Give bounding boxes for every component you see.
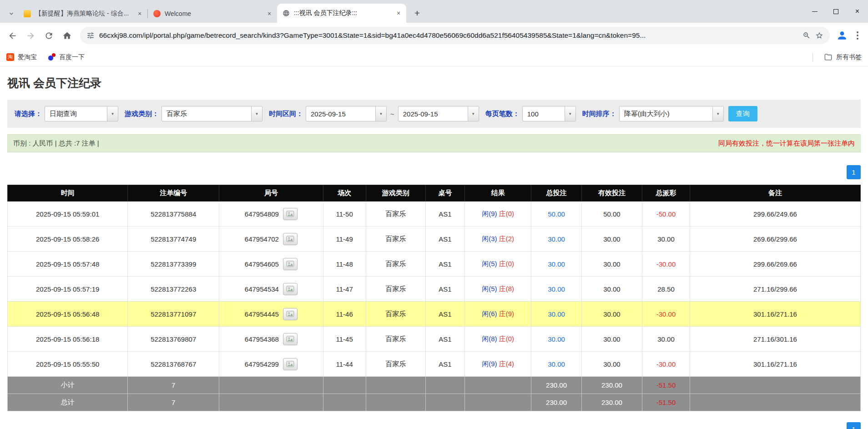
cell-result: 闲(9) 庄(4) — [465, 352, 531, 377]
replay-video-icon[interactable] — [283, 283, 298, 295]
cell-game-type: 百家乐 — [366, 202, 425, 227]
address-bar[interactable]: 66cxkj98.com/ipl/portal.php/game/betreco… — [80, 27, 830, 44]
cell-round — [219, 377, 323, 394]
replay-video-icon[interactable] — [283, 358, 298, 370]
cell-bet-id: 522813768767 — [128, 352, 219, 377]
cell-note: 269.66/299.66 — [690, 227, 861, 252]
summary-row: 总计7230.00230.00-51.50 — [8, 394, 861, 411]
cell-time: 2025-09-15 05:56:48 — [8, 302, 128, 327]
round-number: 647954702 — [245, 235, 279, 243]
cell-total-bet: 50.00 — [531, 202, 582, 227]
cell-round: 647954605 — [219, 252, 323, 277]
baidu-icon — [48, 53, 56, 61]
pagination-page-1[interactable]: 1 — [847, 165, 861, 179]
bookmark-taobao[interactable]: 淘 爱淘宝 — [6, 53, 37, 61]
cell-table-no: AS1 — [425, 277, 464, 302]
table-row: 2025-09-15 05:57:19522813772263647954534… — [8, 277, 861, 302]
replay-video-icon[interactable] — [283, 208, 298, 220]
date-to-select[interactable]: 2025-09-15 ▼ — [398, 106, 479, 121]
tab-search-chevron-icon[interactable] — [5, 5, 18, 23]
result-banker: 庄(8) — [499, 285, 514, 293]
tab-haiyan-forum[interactable]: 【新提醒】海燕策略论坛 - 综合... × — [18, 5, 147, 23]
pagination-top: 1 — [7, 165, 861, 179]
replay-video-icon[interactable] — [283, 308, 298, 320]
result-banker: 庄(0) — [499, 335, 514, 343]
cell-note: 299.66/269.66 — [690, 252, 861, 277]
window-close-button[interactable]: × — [847, 0, 868, 23]
forward-icon[interactable] — [22, 27, 39, 44]
site-settings-icon[interactable] — [86, 31, 95, 40]
back-icon[interactable] — [4, 27, 21, 44]
column-header: 桌号 — [425, 185, 464, 202]
total-bet-link[interactable]: 30.00 — [548, 310, 565, 318]
tab-close-icon[interactable]: × — [394, 9, 403, 17]
refresh-icon[interactable] — [40, 27, 57, 44]
bookmark-star-icon[interactable] — [815, 31, 823, 40]
total-bet-link[interactable]: 30.00 — [548, 235, 565, 243]
cell-total-bet: 230.00 — [531, 394, 582, 411]
notice-text: 同局有效投注，统一计算在该局第一张注单内 — [718, 139, 855, 148]
cell-valid-bet: 30.00 — [581, 252, 642, 277]
table-row: 2025-09-15 05:56:48522813771097647954445… — [8, 302, 861, 327]
total-bet-link[interactable]: 30.00 — [548, 260, 565, 268]
page-size-select[interactable]: 100 ▼ — [522, 106, 576, 121]
tab-welcome[interactable]: Welcome × — [148, 5, 277, 23]
cell-payout: -51.50 — [642, 377, 690, 394]
date-from-select[interactable]: 2025-09-15 ▼ — [306, 106, 387, 121]
cell-session: 11-46 — [323, 302, 366, 327]
column-header: 局号 — [219, 185, 323, 202]
bookmark-baidu[interactable]: 百度一下 — [48, 53, 85, 61]
cell-table-no: AS1 — [425, 302, 464, 327]
table-row: 2025-09-15 05:55:50522813768767647954299… — [8, 352, 861, 377]
cell-bet-id: 7 — [128, 377, 219, 394]
zoom-icon[interactable] — [802, 31, 811, 40]
table-row: 2025-09-15 05:57:48522813773399647954605… — [8, 252, 861, 277]
result-player: 闲(5) — [482, 260, 497, 267]
filter-label-query-type: 请选择： — [15, 110, 42, 118]
filter-bar: 请选择： 日期查询 ▼ 游戏类别： 百家乐 ▼ 时间区间： 2025-09-15… — [7, 100, 861, 128]
replay-video-icon[interactable] — [283, 258, 298, 270]
cell-note: 299.66/249.66 — [690, 202, 861, 227]
cell-table-no — [425, 394, 464, 411]
cell-valid-bet: 230.00 — [581, 394, 642, 411]
replay-video-icon[interactable] — [283, 233, 298, 245]
tab-title: Welcome — [165, 10, 261, 17]
profile-avatar[interactable] — [834, 28, 850, 43]
tab-close-icon[interactable]: × — [265, 10, 273, 18]
total-bet-link[interactable]: 30.00 — [548, 335, 565, 343]
column-header: 总派彩 — [642, 185, 690, 202]
search-button[interactable]: 查询 — [728, 106, 757, 121]
folder-icon — [824, 53, 833, 61]
sort-order-select[interactable]: 降幂(由大到小) ▼ — [619, 106, 724, 121]
query-type-select[interactable]: 日期查询 ▼ — [45, 106, 118, 121]
pagination-page-1[interactable]: 1 — [847, 422, 861, 429]
cell-time: 2025-09-15 05:56:18 — [8, 327, 128, 352]
round-number: 647954534 — [245, 285, 279, 293]
tab-close-icon[interactable]: × — [136, 10, 144, 18]
filter-label-page-size: 每页笔数： — [485, 110, 520, 118]
browser-menu-icon[interactable] — [851, 27, 864, 44]
replay-video-icon[interactable] — [283, 333, 298, 345]
all-bookmarks-button[interactable]: 所有书签 — [824, 53, 862, 61]
total-bet-link[interactable]: 30.00 — [548, 360, 565, 368]
column-header: 时间 — [8, 185, 128, 202]
cell-valid-bet: 30.00 — [581, 352, 642, 377]
cell-result: 闲(9) 庄(0) — [465, 202, 531, 227]
cell-table-no: AS1 — [425, 227, 464, 252]
tab-bet-records[interactable]: :::视讯 会员下注纪录::: × — [277, 4, 406, 23]
game-type-select[interactable]: 百家乐 ▼ — [161, 106, 262, 121]
filter-label-game-type: 游戏类别： — [125, 110, 159, 118]
total-bet-link[interactable]: 50.00 — [548, 210, 565, 218]
cell-session: 11-50 — [323, 202, 366, 227]
page-title: 视讯 会员下注纪录 — [7, 76, 861, 91]
total-bet-link[interactable]: 30.00 — [548, 285, 565, 293]
window-maximize-button[interactable] — [825, 0, 847, 23]
home-icon[interactable] — [58, 27, 76, 44]
new-tab-button[interactable]: + — [410, 6, 424, 20]
window-minimize-button[interactable] — [804, 0, 825, 23]
filter-label-sort: 时间排序： — [582, 110, 616, 118]
bookmark-label: 百度一下 — [59, 53, 85, 61]
select-value: 降幂(由大到小) — [620, 106, 712, 121]
cell-session: 11-45 — [323, 327, 366, 352]
cell-time: 2025-09-15 05:58:26 — [8, 227, 128, 252]
